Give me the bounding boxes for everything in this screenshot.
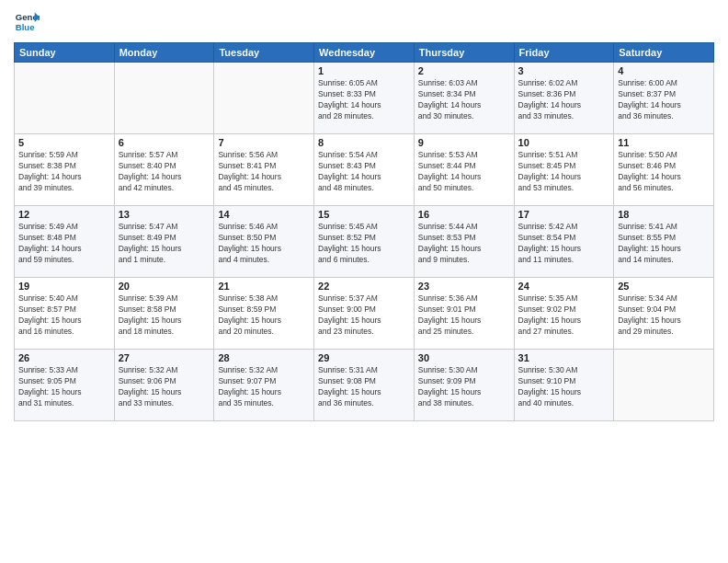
cell-line-0: Sunrise: 5:35 AM [518, 293, 610, 304]
cell-line-1: Sunset: 8:55 PM [618, 233, 710, 244]
cell-line-3: and 45 minutes. [218, 183, 310, 194]
cell-line-1: Sunset: 8:54 PM [518, 233, 610, 244]
cell-line-2: Daylight: 15 hours [518, 244, 610, 255]
cell-line-2: Daylight: 14 hours [18, 244, 110, 255]
cell-line-2: Daylight: 14 hours [518, 100, 610, 111]
cell-line-1: Sunset: 9:05 PM [18, 376, 110, 387]
cell-line-1: Sunset: 8:59 PM [218, 304, 310, 316]
weekday-header-row: SundayMondayTuesdayWednesdayThursdayFrid… [15, 43, 714, 63]
cell-line-1: Sunset: 8:44 PM [418, 161, 510, 172]
calendar-cell: 23Sunrise: 5:36 AMSunset: 9:01 PMDayligh… [414, 278, 514, 350]
cell-line-0: Sunrise: 5:54 AM [318, 150, 410, 161]
calendar-cell: 28Sunrise: 5:32 AMSunset: 9:07 PMDayligh… [214, 350, 314, 421]
cell-line-2: Daylight: 15 hours [318, 244, 410, 255]
cell-line-1: Sunset: 8:57 PM [18, 304, 110, 316]
weekday-header-friday: Friday [514, 43, 614, 63]
cell-line-2: Daylight: 15 hours [418, 316, 510, 327]
cell-line-2: Daylight: 15 hours [418, 244, 510, 255]
cell-line-3: and 20 minutes. [218, 327, 310, 338]
cell-line-2: Daylight: 14 hours [318, 100, 410, 111]
cell-line-1: Sunset: 8:48 PM [18, 233, 110, 244]
calendar-cell: 10Sunrise: 5:51 AMSunset: 8:45 PMDayligh… [514, 134, 614, 206]
calendar-cell [114, 63, 214, 134]
weekday-header-tuesday: Tuesday [214, 43, 314, 63]
calendar-cell [214, 63, 314, 134]
cell-line-1: Sunset: 9:08 PM [318, 376, 410, 387]
cell-line-1: Sunset: 9:09 PM [418, 376, 510, 387]
cell-line-0: Sunrise: 5:36 AM [418, 293, 510, 304]
day-number: 18 [618, 209, 710, 220]
logo-icon: General Blue [14, 9, 40, 35]
cell-line-0: Sunrise: 6:02 AM [518, 78, 610, 89]
cell-line-1: Sunset: 9:01 PM [418, 304, 510, 316]
calendar-cell: 13Sunrise: 5:47 AMSunset: 8:49 PMDayligh… [114, 206, 214, 278]
calendar-cell: 30Sunrise: 5:30 AMSunset: 9:09 PMDayligh… [414, 350, 514, 421]
cell-line-0: Sunrise: 5:37 AM [318, 293, 410, 304]
calendar-cell: 2Sunrise: 6:03 AMSunset: 8:34 PMDaylight… [414, 63, 514, 134]
cell-line-3: and 25 minutes. [418, 327, 510, 338]
day-number: 23 [418, 281, 510, 292]
weekday-header-saturday: Saturday [614, 43, 714, 63]
cell-line-2: Daylight: 15 hours [218, 387, 310, 398]
calendar-cell: 18Sunrise: 5:41 AMSunset: 8:55 PMDayligh… [614, 206, 714, 278]
cell-line-2: Daylight: 15 hours [218, 244, 310, 255]
day-number: 27 [119, 352, 210, 363]
cell-line-1: Sunset: 9:07 PM [218, 376, 310, 387]
cell-line-3: and 35 minutes. [218, 398, 310, 409]
cell-line-3: and 50 minutes. [418, 183, 510, 194]
cell-line-1: Sunset: 9:10 PM [518, 376, 610, 387]
week-row-1: 1Sunrise: 6:05 AMSunset: 8:33 PMDaylight… [15, 63, 714, 134]
cell-line-3: and 42 minutes. [119, 183, 210, 194]
cell-line-3: and 16 minutes. [18, 327, 110, 338]
cell-line-0: Sunrise: 5:49 AM [18, 222, 110, 233]
day-number: 3 [518, 65, 610, 76]
cell-line-3: and 33 minutes. [518, 111, 610, 122]
cell-line-2: Daylight: 15 hours [318, 387, 410, 398]
cell-line-2: Daylight: 15 hours [119, 244, 210, 255]
cell-line-1: Sunset: 8:37 PM [618, 89, 710, 100]
cell-line-2: Daylight: 14 hours [618, 100, 710, 111]
cell-line-2: Daylight: 14 hours [18, 172, 110, 183]
calendar-cell: 21Sunrise: 5:38 AMSunset: 8:59 PMDayligh… [214, 278, 314, 350]
cell-line-2: Daylight: 14 hours [418, 100, 510, 111]
cell-line-1: Sunset: 9:06 PM [119, 376, 210, 387]
calendar-cell: 17Sunrise: 5:42 AMSunset: 8:54 PMDayligh… [514, 206, 614, 278]
day-number: 4 [618, 65, 710, 76]
day-number: 13 [119, 209, 210, 220]
cell-line-3: and 30 minutes. [418, 111, 510, 122]
calendar-cell: 5Sunrise: 5:59 AMSunset: 8:38 PMDaylight… [15, 134, 115, 206]
cell-line-1: Sunset: 8:34 PM [418, 89, 510, 100]
cell-line-3: and 53 minutes. [518, 183, 610, 194]
day-number: 7 [218, 137, 310, 148]
week-row-2: 5Sunrise: 5:59 AMSunset: 8:38 PMDaylight… [15, 134, 714, 206]
calendar-cell: 29Sunrise: 5:31 AMSunset: 9:08 PMDayligh… [314, 350, 415, 421]
cell-line-3: and 56 minutes. [618, 183, 710, 194]
cell-line-2: Daylight: 15 hours [119, 387, 210, 398]
cell-line-3: and 38 minutes. [418, 398, 510, 409]
cell-line-2: Daylight: 15 hours [618, 244, 710, 255]
cell-line-2: Daylight: 14 hours [218, 172, 310, 183]
cell-line-1: Sunset: 8:41 PM [218, 161, 310, 172]
calendar-cell: 1Sunrise: 6:05 AMSunset: 8:33 PMDaylight… [314, 63, 415, 134]
day-number: 19 [18, 281, 110, 292]
calendar-cell: 24Sunrise: 5:35 AMSunset: 9:02 PMDayligh… [514, 278, 614, 350]
cell-line-1: Sunset: 9:02 PM [518, 304, 610, 316]
weekday-header-thursday: Thursday [414, 43, 514, 63]
cell-line-1: Sunset: 9:04 PM [618, 304, 710, 316]
week-row-5: 26Sunrise: 5:33 AMSunset: 9:05 PMDayligh… [15, 350, 714, 421]
cell-line-1: Sunset: 8:46 PM [618, 161, 710, 172]
logo: General Blue [14, 9, 40, 35]
day-number: 25 [618, 281, 710, 292]
page: General Blue SundayMondayTuesdayWednesda… [0, 0, 728, 563]
cell-line-3: and 9 minutes. [418, 255, 510, 266]
day-number: 22 [318, 281, 410, 292]
cell-line-0: Sunrise: 5:30 AM [518, 365, 610, 376]
cell-line-1: Sunset: 8:43 PM [318, 161, 410, 172]
svg-text:Blue: Blue [16, 22, 35, 32]
day-number: 2 [418, 65, 510, 76]
cell-line-1: Sunset: 9:00 PM [318, 304, 410, 316]
cell-line-2: Daylight: 15 hours [618, 316, 710, 327]
day-number: 15 [318, 209, 410, 220]
cell-line-3: and 36 minutes. [618, 111, 710, 122]
cell-line-3: and 4 minutes. [218, 255, 310, 266]
